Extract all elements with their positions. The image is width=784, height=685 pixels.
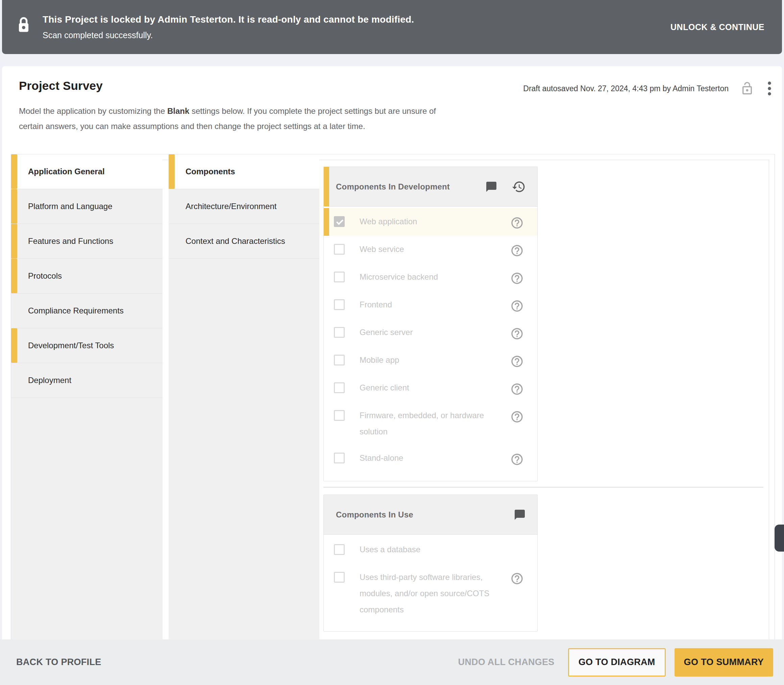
checkbox-label: Generic server (345, 324, 509, 341)
more-options-button[interactable] (766, 80, 773, 97)
nav-accent-bar (169, 154, 175, 189)
nav-accent-bar (11, 259, 17, 293)
checkbox-label: Generic client (345, 380, 509, 396)
nav-item-label: Development/Test Tools (28, 341, 114, 350)
checkbox-row: Generic server (324, 319, 537, 347)
checkbox-unchecked[interactable] (334, 382, 345, 393)
unlock-continue-button[interactable]: UNLOCK & CONTINUE (669, 18, 766, 37)
components-in-development-panel: Components In Development Web applicatio… (324, 167, 538, 481)
checkbox-unchecked[interactable] (334, 572, 345, 583)
nav-item-label: Features and Functions (28, 237, 113, 246)
nav-item-label: Components (185, 167, 235, 176)
checkbox-label: Stand-alone (345, 450, 509, 466)
nav-secondary-components[interactable]: Components (169, 154, 319, 189)
nav-item-label: Architecture/Environment (185, 202, 277, 211)
checkbox-unchecked[interactable] (334, 544, 345, 555)
help-icon[interactable] (509, 326, 525, 342)
help-icon[interactable] (509, 353, 525, 370)
nav-item-label: Context and Characteristics (185, 237, 285, 246)
nav-accent-bar (11, 189, 17, 224)
nav-primary-platform-and-language[interactable]: Platform and Language (11, 189, 163, 224)
checkbox-row: Microservice backend (324, 263, 537, 291)
checkbox-row: Uses a database (324, 536, 537, 564)
help-icon[interactable] (509, 215, 525, 231)
checkbox-unchecked[interactable] (334, 244, 345, 255)
help-icon[interactable] (509, 298, 525, 314)
nav-accent-bar (11, 224, 17, 258)
nav-primary-development-test-tools[interactable]: Development/Test Tools (11, 328, 163, 363)
nav-item-label: Platform and Language (28, 202, 112, 211)
nav-primary-compliance-requirements[interactable]: Compliance Requirements (11, 294, 163, 328)
nav-item-label: Application General (28, 167, 105, 176)
help-icon[interactable] (509, 570, 525, 587)
page-title: Project Survey (19, 79, 103, 93)
panel-accent-bar (324, 167, 329, 206)
checkbox-unchecked[interactable] (334, 327, 345, 338)
checkbox-unchecked[interactable] (334, 410, 345, 421)
lock-open-icon[interactable] (739, 80, 756, 97)
help-icon[interactable] (509, 242, 525, 259)
checkbox-unchecked[interactable] (334, 271, 345, 282)
help-icon[interactable] (509, 409, 525, 425)
help-icon[interactable] (509, 381, 525, 397)
checkbox-label: Uses a database (345, 541, 512, 558)
undo-all-changes-button[interactable]: UNDO ALL CHANGES (458, 657, 554, 667)
back-to-profile-button[interactable]: BACK TO PROFILE (16, 657, 101, 667)
checkbox-unchecked[interactable] (334, 299, 345, 310)
comment-icon[interactable] (484, 179, 499, 194)
checkbox-label: Frontend (345, 297, 509, 313)
checkbox-label: Firmware, embedded, or hardware solution (345, 407, 509, 440)
checkbox-row: Stand-alone (324, 445, 537, 472)
nav-primary-application-general[interactable]: Application General (11, 154, 163, 189)
primary-section-nav: Application GeneralPlatform and Language… (11, 154, 163, 685)
nav-primary-protocols[interactable]: Protocols (11, 259, 163, 294)
checkbox-label: Web service (345, 241, 509, 257)
locked-message: This Project is locked by Admin Testerto… (42, 14, 669, 25)
checkbox-row: Mobile app (324, 347, 537, 374)
checkbox-row: Web service (324, 236, 537, 263)
checkbox-unchecked[interactable] (334, 355, 345, 365)
checkbox-label: Uses third-party software libraries, mod… (345, 569, 509, 618)
checkbox-label: Web application (345, 213, 509, 230)
nav-item-label: Protocols (28, 271, 62, 281)
nav-accent-bar (11, 154, 17, 189)
checkbox-row: Generic client (324, 374, 537, 402)
nav-secondary-architecture-environment[interactable]: Architecture/Environment (169, 189, 319, 224)
section-divider (324, 487, 763, 488)
checkbox-row: Frontend (324, 291, 537, 319)
go-to-summary-button[interactable]: GO TO SUMMARY (675, 648, 773, 677)
go-to-diagram-button[interactable]: GO TO DIAGRAM (568, 648, 666, 677)
help-icon[interactable] (509, 451, 525, 467)
nav-filler (169, 259, 319, 685)
checkbox-checked[interactable] (334, 216, 345, 227)
secondary-section-nav: ComponentsArchitecture/EnvironmentContex… (169, 154, 319, 685)
project-survey-card: Project Survey Draft autosaved Nov. 27, … (2, 66, 782, 685)
checkbox-row: Uses third-party software libraries, mod… (324, 564, 537, 623)
survey-description: Model the application by customizing the… (2, 97, 782, 134)
checkbox-row: Firmware, embedded, or hardware solution (324, 402, 537, 445)
checkbox-label: Microservice backend (345, 269, 509, 285)
comment-icon[interactable] (512, 507, 527, 522)
checkbox-unchecked[interactable] (334, 453, 345, 463)
nav-primary-deployment[interactable]: Deployment (11, 363, 163, 398)
nav-secondary-context-and-characteristics[interactable]: Context and Characteristics (169, 224, 319, 259)
lock-icon (17, 16, 31, 36)
components-in-use-panel: Components In Use Uses a databaseUses th… (324, 495, 538, 631)
nav-primary-features-and-functions[interactable]: Features and Functions (11, 224, 163, 259)
history-icon[interactable] (510, 179, 527, 195)
help-icon[interactable] (509, 270, 525, 286)
checkbox-row: Web application (324, 208, 537, 236)
panel-title: Components In Use (336, 510, 512, 519)
nav-item-label: Deployment (28, 376, 71, 385)
locked-banner: This Project is locked by Admin Testerto… (2, 0, 782, 54)
scan-status-message: Scan completed successfully. (42, 31, 669, 40)
survey-container: Application GeneralPlatform and Language… (11, 154, 775, 685)
panel-title: Components In Development (336, 182, 484, 192)
collapsed-panel-handle[interactable] (774, 524, 784, 552)
survey-content: Components In Development Web applicatio… (319, 154, 774, 685)
row-accent-bar (324, 208, 329, 236)
help-icon-placeholder (512, 543, 525, 556)
checkbox-label: Mobile app (345, 352, 509, 368)
footer-action-bar: BACK TO PROFILE UNDO ALL CHANGES GO TO D… (0, 640, 784, 685)
nav-accent-bar (11, 328, 17, 363)
